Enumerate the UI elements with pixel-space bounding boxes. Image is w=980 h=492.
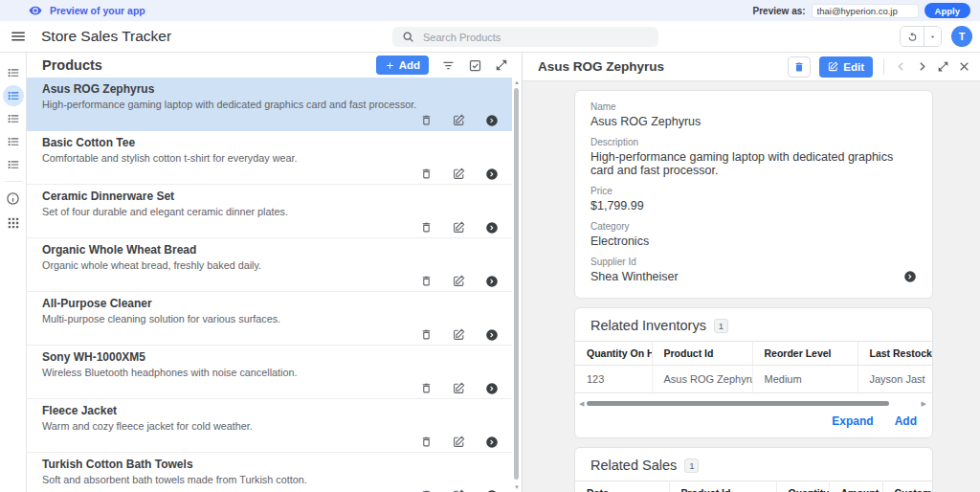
table-cell: Asus ROG Zephyrus <box>652 366 752 393</box>
add-product-button[interactable]: Add <box>376 56 429 75</box>
product-title: Basic Cotton Tee <box>42 136 499 150</box>
record-field: CategoryElectronics <box>590 221 917 248</box>
open-record-icon[interactable] <box>485 436 499 449</box>
plus-icon <box>385 60 395 71</box>
edit-icon[interactable] <box>453 221 465 234</box>
field-value: Asus ROG Zephyrus <box>590 115 917 128</box>
detail-header: Asus ROG Zephyrus Edit <box>523 53 980 81</box>
nav-list-icon-2-active[interactable] <box>3 85 24 106</box>
product-list-item[interactable]: Organic Whole Wheat BreadOrganic whole w… <box>27 238 512 292</box>
product-title: All-Purpose Cleaner <box>42 297 499 311</box>
related-sales-title: Related Sales <box>590 458 677 473</box>
open-record-icon[interactable] <box>485 275 499 288</box>
search-input[interactable] <box>423 32 649 43</box>
menu-icon[interactable] <box>10 28 27 45</box>
open-record-icon[interactable] <box>485 221 499 235</box>
left-nav-rail <box>0 53 27 492</box>
info-icon[interactable] <box>3 188 24 209</box>
open-record-icon[interactable] <box>485 328 499 342</box>
detail-panel: Asus ROG Zephyrus Edit Nam <box>522 53 980 492</box>
field-label: Supplier Id <box>590 257 917 267</box>
related-inventorys-title: Related Inventorys <box>590 318 706 333</box>
scrollbar-thumb[interactable] <box>514 88 519 480</box>
preview-bar: Preview of your app Preview as: Apply <box>0 0 980 21</box>
products-header: Products Add <box>27 53 522 76</box>
next-record-icon[interactable] <box>916 60 928 73</box>
refresh-options-caret[interactable] <box>924 27 941 46</box>
open-record-icon[interactable] <box>485 382 499 395</box>
related-inventorys-count-badge: 1 <box>714 319 728 333</box>
open-record-icon[interactable] <box>485 114 499 127</box>
edit-icon[interactable] <box>453 436 465 448</box>
previous-record-icon[interactable] <box>895 60 907 73</box>
trash-icon[interactable] <box>420 221 433 234</box>
filter-icon[interactable] <box>441 58 456 73</box>
product-list-item[interactable]: Basic Cotton TeeComfortable and stylish … <box>27 131 512 185</box>
detail-content: NameAsus ROG ZephyrusDescriptionHigh-per… <box>523 81 980 492</box>
open-record-icon[interactable] <box>485 489 499 492</box>
search-box[interactable] <box>392 27 658 47</box>
edit-icon[interactable] <box>453 168 465 180</box>
product-description: Multi-purpose cleaning solution for vari… <box>42 312 499 325</box>
product-actions <box>42 219 499 235</box>
edit-record-button[interactable]: Edit <box>819 56 873 78</box>
scroll-up-icon[interactable]: ▲ <box>513 78 521 86</box>
product-list-item[interactable]: Fleece JacketWarm and cozy fleece jacket… <box>27 399 512 453</box>
product-actions <box>42 166 499 182</box>
edit-icon[interactable] <box>453 328 465 341</box>
trash-icon[interactable] <box>420 114 433 126</box>
preview-as-label: Preview as: <box>753 6 806 16</box>
trash-icon[interactable] <box>420 168 433 180</box>
inventorys-h-scrollbar[interactable]: ◀ ▶ <box>579 399 926 408</box>
table-header-cell: Reorder Level <box>752 342 858 366</box>
scroll-left-icon[interactable]: ◀ <box>579 399 584 408</box>
inventorys-add-link[interactable]: Add <box>895 414 917 428</box>
trash-icon[interactable] <box>420 382 433 394</box>
table-header-cell: Quantity On Hand <box>575 342 652 366</box>
table-header-cell: Amount <box>829 481 882 492</box>
record-field: DescriptionHigh-performance gaming lapto… <box>590 137 917 177</box>
open-record-icon[interactable] <box>485 168 499 181</box>
table-row[interactable]: 123Asus ROG ZephyrusMediumJayson Jast <box>575 366 933 393</box>
trash-icon[interactable] <box>420 275 433 287</box>
close-detail-icon[interactable] <box>958 60 970 73</box>
related-sales-count-badge: 1 <box>684 458 699 473</box>
nav-list-icon-4[interactable] <box>3 131 24 152</box>
edit-icon[interactable] <box>453 382 465 394</box>
goto-record-icon[interactable] <box>903 270 917 283</box>
record-field: Price$1,799.99 <box>590 186 917 212</box>
apps-grid-icon[interactable] <box>3 212 24 234</box>
products-scrollbar[interactable]: ▲ ▼ <box>512 78 522 492</box>
expand-list-icon[interactable] <box>495 58 508 72</box>
field-value: High-performance gaming laptop with dedi… <box>590 150 917 177</box>
product-title: Sony WH-1000XM5 <box>42 350 499 365</box>
expand-detail-icon[interactable] <box>937 60 949 73</box>
h-scrollbar-thumb[interactable] <box>587 401 889 406</box>
delete-record-button[interactable] <box>788 56 811 78</box>
trash-icon[interactable] <box>420 436 433 448</box>
refresh-icon-button[interactable] <box>901 27 924 46</box>
nav-list-icon-1[interactable] <box>3 62 24 83</box>
preview-as-input[interactable] <box>812 4 919 18</box>
product-list-item[interactable]: All-Purpose CleanerMulti-purpose cleanin… <box>27 292 512 346</box>
refresh-split-button <box>900 26 942 47</box>
product-list-item[interactable]: Sony WH-1000XM5Wireless Bluetooth headph… <box>27 346 512 399</box>
product-list-item[interactable]: Ceramic Dinnerware SetSet of four durabl… <box>27 185 512 238</box>
avatar[interactable]: T <box>951 26 972 47</box>
scroll-right-icon[interactable]: ▶ <box>922 399 926 408</box>
record-fields-card: NameAsus ROG ZephyrusDescriptionHigh-per… <box>574 90 933 299</box>
inventorys-expand-link[interactable]: Expand <box>832 414 873 428</box>
related-sales-card: Related Sales 1 DateProduct IdQuantityAm… <box>574 447 933 492</box>
nav-list-icon-3[interactable] <box>3 108 24 129</box>
nav-list-icon-5[interactable] <box>3 154 24 175</box>
table-header-cell: Customer Id <box>882 481 933 492</box>
edit-icon[interactable] <box>453 114 465 126</box>
apply-button[interactable]: Apply <box>924 3 970 18</box>
multi-select-checkbox-icon[interactable] <box>468 58 482 73</box>
trash-icon[interactable] <box>420 328 433 341</box>
edit-icon[interactable] <box>453 275 465 287</box>
product-list-item[interactable]: Turkish Cotton Bath TowelsSoft and absor… <box>27 453 512 492</box>
related-sales-table: DateProduct IdQuantityAmountCustomer Id1… <box>575 481 933 492</box>
scroll-down-icon[interactable]: ▼ <box>513 483 521 491</box>
product-list-item[interactable]: Asus ROG ZephyrusHigh-performance gaming… <box>27 78 512 131</box>
